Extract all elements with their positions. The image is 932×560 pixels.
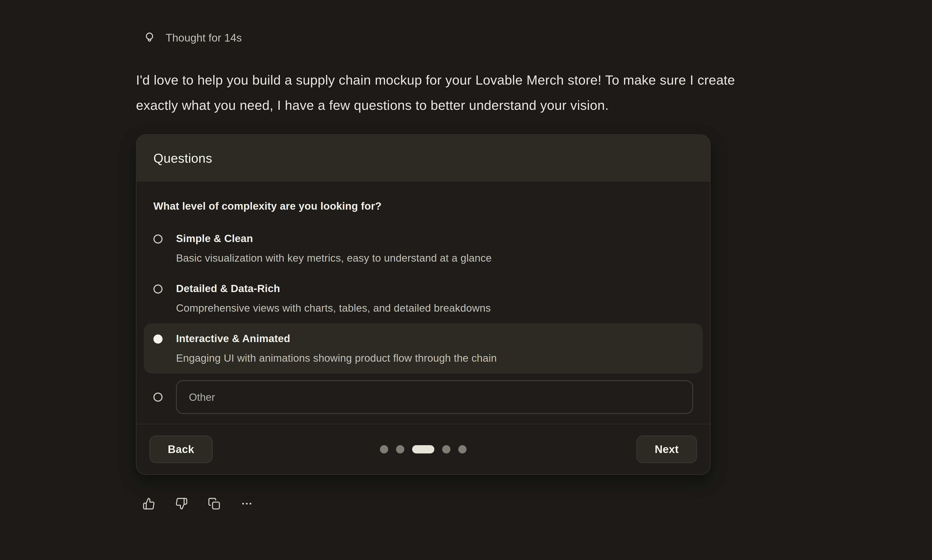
thumbs-up-icon	[143, 497, 155, 510]
option-description: Basic visualization with key metrics, ea…	[176, 251, 693, 265]
back-button[interactable]: Back	[149, 435, 213, 463]
ellipsis-icon	[240, 497, 253, 510]
card-title: Questions	[153, 151, 212, 166]
pagination-dot[interactable]	[442, 445, 450, 454]
option-other[interactable]	[153, 380, 693, 414]
question-title: What level of complexity are you looking…	[153, 200, 693, 212]
more-options-button[interactable]	[240, 497, 253, 510]
option-description: Comprehensive views with charts, tables,…	[176, 301, 693, 315]
copy-button[interactable]	[208, 497, 220, 510]
pagination-dot[interactable]	[458, 445, 467, 454]
pagination-dot[interactable]	[380, 445, 388, 454]
thumbs-down-icon	[175, 497, 188, 510]
option-title: Interactive & Animated	[176, 331, 693, 346]
next-button[interactable]: Next	[636, 435, 697, 463]
message-line-1: I'd love to help you build a supply chai…	[136, 68, 852, 93]
thumbs-up-button[interactable]	[143, 497, 155, 510]
message-text: I'd love to help you build a supply chai…	[136, 68, 852, 118]
option-detailed-data-rich[interactable]: Detailed & Data-Rich Comprehensive views…	[144, 273, 702, 323]
thumbs-down-button[interactable]	[175, 497, 188, 510]
pagination-dot-active[interactable]	[412, 445, 434, 454]
assistant-message-block: Thought for 14s I'd love to help you bui…	[136, 0, 852, 510]
questions-card-header: Questions	[136, 135, 710, 182]
option-interactive-animated[interactable]: Interactive & Animated Engaging UI with …	[144, 323, 702, 374]
questions-card-footer: Back Next	[136, 424, 710, 474]
option-description: Engaging UI with animations showing prod…	[176, 351, 693, 365]
radio-icon[interactable]	[153, 392, 163, 402]
radio-icon[interactable]	[153, 334, 163, 344]
options-list: Simple & Clean Basic visualization with …	[153, 223, 693, 414]
message-actions	[143, 497, 852, 510]
radio-icon[interactable]	[153, 234, 163, 243]
pagination-dot[interactable]	[396, 445, 404, 454]
message-line-2: exactly what you need, I have a few ques…	[136, 93, 852, 118]
other-input[interactable]	[176, 380, 693, 414]
thinking-label: Thought for 14s	[166, 32, 242, 44]
copy-icon	[208, 497, 220, 510]
option-title: Simple & Clean	[176, 231, 693, 246]
pagination-dots	[380, 445, 467, 454]
questions-card-body: What level of complexity are you looking…	[136, 182, 710, 424]
questions-card: Questions What level of complexity are y…	[136, 134, 710, 475]
radio-icon[interactable]	[153, 285, 163, 294]
thinking-summary[interactable]: Thought for 14s	[143, 31, 852, 45]
option-title: Detailed & Data-Rich	[176, 282, 693, 296]
option-simple-clean[interactable]: Simple & Clean Basic visualization with …	[144, 223, 702, 273]
lightbulb-icon	[143, 31, 156, 45]
